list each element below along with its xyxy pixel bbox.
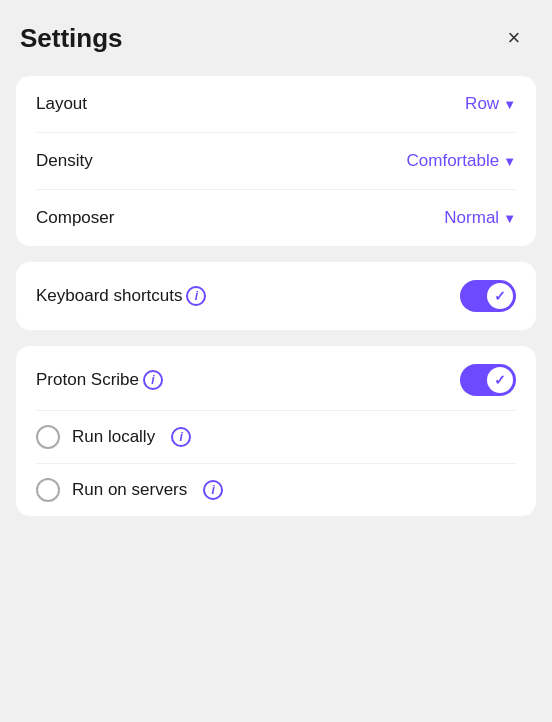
density-label: Density xyxy=(36,151,93,171)
close-button[interactable]: × xyxy=(496,20,532,56)
keyboard-shortcuts-toggle[interactable]: ✓ xyxy=(460,280,516,312)
layout-row: Layout Row ▼ xyxy=(36,76,516,133)
settings-container: Settings × Layout Row ▼ Density Comforta… xyxy=(0,0,552,722)
display-settings-card: Layout Row ▼ Density Comfortable ▼ Compo… xyxy=(16,76,536,246)
density-value: Comfortable xyxy=(407,151,500,171)
layout-value: Row xyxy=(465,94,499,114)
density-chevron-icon: ▼ xyxy=(503,154,516,169)
keyboard-shortcuts-card: Keyboard shortcuts i ✓ xyxy=(16,262,536,330)
proton-scribe-info-icon[interactable]: i xyxy=(143,370,163,390)
run-locally-label: Run locally xyxy=(72,427,155,447)
run-on-servers-radio[interactable] xyxy=(36,478,60,502)
keyboard-shortcuts-toggle-track: ✓ xyxy=(460,280,516,312)
composer-label: Composer xyxy=(36,208,114,228)
run-locally-info-icon[interactable]: i xyxy=(171,427,191,447)
composer-value: Normal xyxy=(444,208,499,228)
proton-scribe-label-group: Proton Scribe i xyxy=(36,370,163,390)
layout-dropdown[interactable]: Row ▼ xyxy=(465,94,516,114)
run-on-servers-row: Run on servers i xyxy=(36,464,516,516)
run-on-servers-info-icon[interactable]: i xyxy=(203,480,223,500)
proton-scribe-toggle-thumb: ✓ xyxy=(487,367,513,393)
proton-scribe-toggle-track: ✓ xyxy=(460,364,516,396)
composer-dropdown[interactable]: Normal ▼ xyxy=(444,208,516,228)
keyboard-shortcuts-checkmark-icon: ✓ xyxy=(494,288,506,304)
run-locally-row: Run locally i xyxy=(36,411,516,464)
proton-scribe-checkmark-icon: ✓ xyxy=(494,372,506,388)
run-on-servers-label: Run on servers xyxy=(72,480,187,500)
run-locally-radio[interactable] xyxy=(36,425,60,449)
settings-header: Settings × xyxy=(16,20,536,56)
layout-label: Layout xyxy=(36,94,87,114)
proton-scribe-card: Proton Scribe i ✓ Run locally i Run on s… xyxy=(16,346,536,516)
keyboard-shortcuts-label: Keyboard shortcuts xyxy=(36,286,182,306)
proton-scribe-header-row: Proton Scribe i ✓ xyxy=(36,346,516,411)
density-dropdown[interactable]: Comfortable ▼ xyxy=(407,151,516,171)
layout-chevron-icon: ▼ xyxy=(503,97,516,112)
page-title: Settings xyxy=(20,23,123,54)
composer-row: Composer Normal ▼ xyxy=(36,190,516,246)
keyboard-shortcuts-info-icon[interactable]: i xyxy=(186,286,206,306)
proton-scribe-label: Proton Scribe xyxy=(36,370,139,390)
composer-chevron-icon: ▼ xyxy=(503,211,516,226)
density-row: Density Comfortable ▼ xyxy=(36,133,516,190)
keyboard-shortcuts-row: Keyboard shortcuts i ✓ xyxy=(36,262,516,330)
proton-scribe-toggle[interactable]: ✓ xyxy=(460,364,516,396)
keyboard-shortcuts-toggle-thumb: ✓ xyxy=(487,283,513,309)
keyboard-shortcuts-label-group: Keyboard shortcuts i xyxy=(36,286,206,306)
